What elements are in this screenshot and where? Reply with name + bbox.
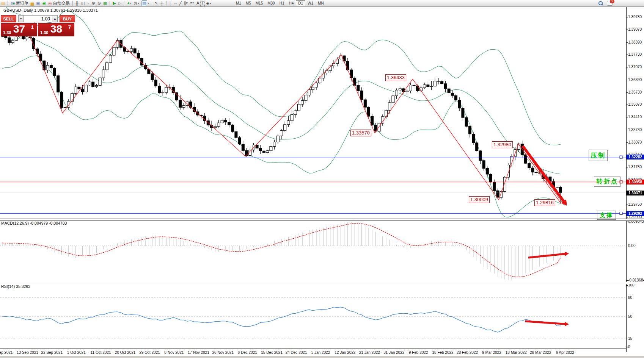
price-tick: 1.33070 [628,140,642,144]
trendline-icon[interactable]: ╱ [178,0,183,6]
tile-windows-icon[interactable]: ▦ [102,0,108,6]
swing-annotation[interactable]: 1.30009 [469,196,490,203]
period-button[interactable]: ◷ ▾ [133,0,141,6]
clock-icon: ◷ [134,1,138,6]
new-order-icon: ▤ [11,1,14,6]
vertical-line-icon[interactable]: │ [168,0,173,6]
candlestick-chart-icon[interactable]: ◫ [80,0,86,6]
toolbar-separator [166,1,166,6]
buy-button[interactable]: BUY [60,15,75,22]
volume-input[interactable] [24,15,52,22]
arrows-button[interactable]: ◈ ▾ [205,0,212,6]
mt4-window: ▥ ▤ 新订单 ▅ ▣ ◉ ◎ 自动交易 ╫ ◫ ~ ⊕ ⊖ ▦ ▶ ▷ + ▾… [0,0,644,358]
channel-sub: E [186,1,188,6]
timeframe-h4[interactable]: H4 [286,0,296,6]
signals-icon[interactable]: ◉ [41,0,47,6]
macd-pane-canvas[interactable] [0,220,626,282]
chevron-down-icon: ▾ [210,2,211,5]
volume-decrease-button[interactable]: ▼ [18,15,24,22]
horizontal-line-icon[interactable]: ─ [173,0,178,6]
toolbar-separator [152,1,152,6]
price-tick: 1.38390 [628,40,642,44]
chart-shift-icon[interactable]: ▷ [117,0,123,6]
ask-price-panel[interactable]: 1.30 38 7 [38,23,74,36]
resistance-price-tag: 1.32282 [627,155,644,159]
bid-prefix: 1.30 [3,30,11,35]
date-label: 9 Mar 2022 [482,350,501,355]
text-label-icon[interactable]: T [200,0,205,6]
new-order-button[interactable]: ▤ 新订单 [9,0,29,6]
search-icon[interactable] [598,1,603,6]
date-label: 2 Sep 2021 [0,350,13,355]
zh-label[interactable]: 压制 [589,150,608,161]
price-tick: 1.37070 [628,65,642,69]
equidistant-channel-icon[interactable]: ∥E [183,0,189,6]
pane-separator[interactable] [0,219,644,221]
notifications-icon[interactable]: 1 [607,1,613,6]
line-chart-icon[interactable]: ~ [86,0,90,6]
price-tick: 1.33730 [628,128,642,132]
cursor-icon[interactable]: ↖ [154,0,159,6]
bar-chart-icon[interactable]: ╫ [74,0,80,6]
timeframe-m5[interactable]: M5 [243,0,253,6]
chart-fragment-icon[interactable]: ▥ [0,0,6,6]
macd-tick: 0.00 [628,244,635,248]
price-tick: 1.39730 [628,15,642,19]
sell-button[interactable]: SELL [1,15,16,22]
price-tick: 1.29750 [628,202,642,206]
zoom-out-icon[interactable]: ⊖ [96,0,102,6]
autotrade-button[interactable]: ◎ 自动交易 [47,0,71,6]
price-tick: 1.37730 [628,52,642,56]
timeframe-m1[interactable]: M1 [234,0,243,6]
template-button[interactable]: ▤ ▾ [140,0,150,6]
template-icon: ▤ [141,0,147,6]
crosshair-icon[interactable]: ┼ [159,0,165,6]
swing-annotation[interactable]: 1.29816 [534,199,555,206]
macd-trend-arrow [528,252,569,258]
terminal-icon[interactable]: ▣ [35,0,41,6]
swing-annotation[interactable]: 1.36433 [385,74,406,81]
fibonacci-icon[interactable]: ≡F [189,0,195,6]
price-tick: 1.39070 [628,27,642,31]
ask-prefix: 1.30 [40,30,48,35]
rsi-pane-canvas[interactable] [0,283,626,349]
rsi-line [2,307,561,333]
toolbar-separator [110,1,110,6]
timeframe-w1[interactable]: W1 [305,0,316,6]
timeframe-m15[interactable]: M15 [253,0,265,6]
bollinger-bands [2,6,561,217]
line-handle[interactable] [620,156,622,158]
macd-histogram [2,222,561,281]
swing-annotation[interactable]: 1.32980 [492,141,513,148]
pane-separator[interactable] [0,282,644,284]
level-lines [0,156,626,214]
support-price-tag: 1.29292 [627,211,644,216]
zh-label[interactable]: 支撑 [597,211,616,220]
date-label: 6 Apr 2022 [556,350,574,355]
date-label: 18 Feb 2022 [432,350,453,355]
zoom-in-icon[interactable]: ⊕ [91,0,96,6]
bid-price-panel[interactable]: 1.30 37 1 [1,23,37,36]
date-label: 28 Feb 2022 [457,350,478,355]
swing-annotation[interactable]: 1.33570 [350,130,371,136]
market-watch-icon[interactable]: ▅ [30,0,35,6]
chart-title: GBPUSD-,Daily 1.30679 1.30761 1.29816 1.… [3,8,98,13]
main-chart-canvas[interactable] [0,6,626,219]
rsi-tick: 0 [628,345,630,349]
text-icon[interactable]: A [195,0,200,6]
zh-label[interactable]: 转折点 [594,177,620,187]
pivot-price-tag: 1.30958 [627,180,644,184]
date-label: 13 Sep 2021 [17,350,38,355]
timeframe-d1[interactable]: D1 [296,0,305,6]
timeframe-h1[interactable]: H1 [277,0,287,6]
timeframe-m30[interactable]: M30 [265,0,277,6]
date-label: 17 Nov 2021 [188,350,209,355]
timeframe-mn[interactable]: MN [316,0,326,6]
line-handle[interactable] [620,212,622,215]
add-indicator-button[interactable]: + ▾ [126,0,132,6]
volume-increase-button[interactable]: ▲ [52,15,58,22]
toolbar-separator [72,1,73,6]
current-price-tag: 1.30371 [627,191,644,195]
fibo-sub: F [193,1,194,6]
auto-scroll-icon[interactable]: ▶ [112,0,117,6]
